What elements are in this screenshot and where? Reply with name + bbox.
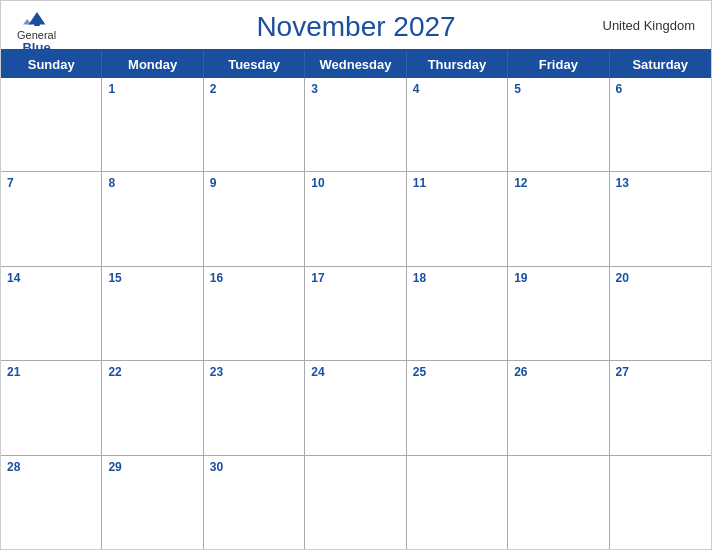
day-cell-17: 17 [305, 267, 406, 360]
day-cell-2: 2 [204, 78, 305, 171]
day-cell-16: 16 [204, 267, 305, 360]
day-cell-14: 14 [1, 267, 102, 360]
day-number-12: 12 [514, 176, 602, 190]
month-title: November 2027 [256, 11, 455, 43]
day-cell-4: 4 [407, 78, 508, 171]
day-cell-11: 11 [407, 172, 508, 265]
day-number-1: 1 [108, 82, 196, 96]
logo: General Blue [17, 9, 56, 55]
svg-marker-1 [23, 19, 31, 25]
day-cell-3: 3 [305, 78, 406, 171]
day-cell-7: 7 [1, 172, 102, 265]
day-number-15: 15 [108, 271, 196, 285]
header-thursday: Thursday [407, 51, 508, 78]
week-row-2: 7 8 9 10 11 12 13 [1, 172, 711, 266]
header-wednesday: Wednesday [305, 51, 406, 78]
day-number-21: 21 [7, 365, 95, 379]
day-number-9: 9 [210, 176, 298, 190]
calendar-grid: Sunday Monday Tuesday Wednesday Thursday… [1, 49, 711, 549]
day-cell-empty-1 [1, 78, 102, 171]
header-monday: Monday [102, 51, 203, 78]
day-number-8: 8 [108, 176, 196, 190]
day-cell-empty-3 [407, 456, 508, 549]
header-tuesday: Tuesday [204, 51, 305, 78]
day-number-6: 6 [616, 82, 705, 96]
week-row-3: 14 15 16 17 18 19 20 [1, 267, 711, 361]
day-cell-22: 22 [102, 361, 203, 454]
day-number-10: 10 [311, 176, 399, 190]
day-cell-1: 1 [102, 78, 203, 171]
day-cell-empty-4 [508, 456, 609, 549]
logo-blue-text: Blue [22, 41, 50, 55]
day-number-13: 13 [616, 176, 705, 190]
day-cell-empty-2 [305, 456, 406, 549]
day-number-28: 28 [7, 460, 95, 474]
day-cell-12: 12 [508, 172, 609, 265]
logo-icon [23, 9, 51, 29]
day-number-16: 16 [210, 271, 298, 285]
day-number-30: 30 [210, 460, 298, 474]
country-label: United Kingdom [603, 18, 696, 33]
weeks-container: 1 2 3 4 5 6 7 8 9 10 11 12 13 14 15 16 [1, 78, 711, 549]
day-cell-5: 5 [508, 78, 609, 171]
week-row-4: 21 22 23 24 25 26 27 [1, 361, 711, 455]
day-number-18: 18 [413, 271, 501, 285]
day-number-24: 24 [311, 365, 399, 379]
day-cell-8: 8 [102, 172, 203, 265]
day-headers-row: Sunday Monday Tuesday Wednesday Thursday… [1, 51, 711, 78]
day-number-7: 7 [7, 176, 95, 190]
day-cell-27: 27 [610, 361, 711, 454]
header-friday: Friday [508, 51, 609, 78]
day-cell-18: 18 [407, 267, 508, 360]
day-cell-28: 28 [1, 456, 102, 549]
day-number-2: 2 [210, 82, 298, 96]
day-cell-23: 23 [204, 361, 305, 454]
day-number-23: 23 [210, 365, 298, 379]
day-cell-6: 6 [610, 78, 711, 171]
day-number-4: 4 [413, 82, 501, 96]
day-number-26: 26 [514, 365, 602, 379]
calendar-header: General Blue November 2027 United Kingdo… [1, 1, 711, 49]
week-row-5: 28 29 30 [1, 456, 711, 549]
day-cell-20: 20 [610, 267, 711, 360]
day-number-27: 27 [616, 365, 705, 379]
day-cell-21: 21 [1, 361, 102, 454]
day-number-29: 29 [108, 460, 196, 474]
day-cell-24: 24 [305, 361, 406, 454]
week-row-1: 1 2 3 4 5 6 [1, 78, 711, 172]
header-saturday: Saturday [610, 51, 711, 78]
day-number-17: 17 [311, 271, 399, 285]
day-cell-29: 29 [102, 456, 203, 549]
day-number-3: 3 [311, 82, 399, 96]
day-number-20: 20 [616, 271, 705, 285]
day-cell-15: 15 [102, 267, 203, 360]
day-cell-19: 19 [508, 267, 609, 360]
day-cell-13: 13 [610, 172, 711, 265]
day-cell-26: 26 [508, 361, 609, 454]
day-number-19: 19 [514, 271, 602, 285]
day-cell-empty-5 [610, 456, 711, 549]
svg-rect-2 [34, 22, 40, 26]
day-number-11: 11 [413, 176, 501, 190]
day-number-25: 25 [413, 365, 501, 379]
day-cell-30: 30 [204, 456, 305, 549]
day-number-14: 14 [7, 271, 95, 285]
calendar: General Blue November 2027 United Kingdo… [0, 0, 712, 550]
day-cell-25: 25 [407, 361, 508, 454]
day-cell-10: 10 [305, 172, 406, 265]
day-cell-9: 9 [204, 172, 305, 265]
day-number-5: 5 [514, 82, 602, 96]
day-number-22: 22 [108, 365, 196, 379]
